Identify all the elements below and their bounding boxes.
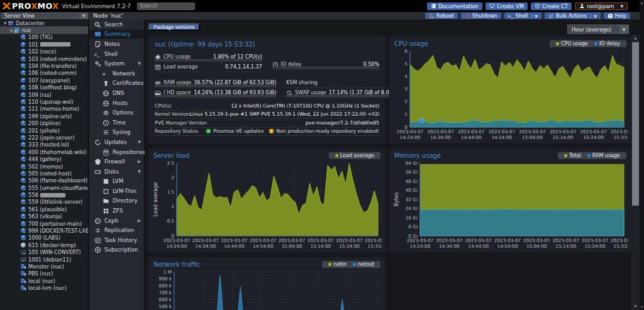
tree-item[interactable]: 559 (littlelink-server) — [0, 199, 88, 206]
page-scrollbar[interactable]: ▲ ▼ — [640, 0, 644, 310]
tree-item[interactable]: 506 (flame-dashboard) — [0, 177, 88, 184]
tree-item[interactable]: 102 (noco) — [0, 48, 88, 55]
create-ct-button[interactable]: Create CT — [531, 3, 572, 10]
tree-item[interactable]: 558 — [0, 191, 88, 198]
tree-item[interactable]: 1000 (LABS) — [0, 235, 88, 241]
tree-item[interactable]: 999 (DOCKER-TEST-LAB) — [0, 227, 88, 234]
user-menu-button[interactable]: root@pam▼ — [575, 3, 628, 10]
tree-item[interactable]: Monster (nuc) — [0, 263, 88, 270]
nav-item-hosts[interactable]: Hosts — [89, 98, 144, 108]
nav-item-disks[interactable]: Disks▼ — [89, 167, 144, 177]
shell-button[interactable]: >_Shell▼ — [504, 13, 541, 19]
tree-item[interactable]: 333 (hosted.lol) — [0, 141, 88, 148]
help-button[interactable]: ?Help — [604, 13, 630, 19]
bulk-actions-button[interactable]: Bulk Actions▼ — [545, 13, 601, 19]
nav-item-shell[interactable]: >_Shell — [89, 49, 144, 59]
tree-item[interactable]: 109 (rss) — [0, 91, 88, 98]
nav-item-repositories[interactable]: Repositories — [89, 147, 144, 157]
reboot-button[interactable]: Reboot — [425, 13, 458, 19]
nav-item-lvm[interactable]: LVM — [89, 177, 144, 187]
nav-item-dns[interactable]: DNS — [89, 88, 144, 98]
legend-item[interactable]: Total — [562, 153, 584, 158]
nav-item-updates[interactable]: Updates▼ — [89, 137, 144, 147]
tree-item[interactable]: 101 — [0, 41, 88, 48]
legend-item[interactable]: RAM usage — [585, 153, 623, 158]
tree-item[interactable]: 199 (zipline-urls) — [0, 113, 88, 119]
tree-item[interactable]: 505 (noted-host) — [0, 170, 88, 177]
documentation-button[interactable]: Documentation — [427, 3, 482, 10]
tree-item[interactable]: 700 (portainer-main) — [0, 220, 88, 227]
legend-item[interactable]: IO delay — [592, 41, 623, 47]
nav-caret-icon[interactable]: ▶ — [138, 159, 141, 164]
nav-item-network[interactable]: ⇄Network — [89, 69, 144, 79]
nav-item-notes[interactable]: Notes — [89, 39, 144, 49]
nav-item-firewall[interactable]: Firewall▶ — [89, 157, 144, 167]
package-versions-button[interactable]: Package versions — [148, 23, 200, 31]
view-mode-select[interactable]: Server View ▼ — [1, 13, 88, 19]
content-scrollbar[interactable]: ▲ ▼ — [631, 35, 640, 310]
tree-item[interactable]: 108 (selfhost.blog) — [0, 84, 88, 91]
nav-item-zfs[interactable]: ZFS — [89, 206, 144, 216]
nav-caret-icon[interactable]: ▼ — [138, 140, 141, 145]
nav-item-certificates[interactable]: Certificates — [89, 79, 144, 89]
global-search-input[interactable] — [137, 3, 195, 10]
tree-item[interactable]: local (nuc) — [0, 277, 88, 284]
tree-item[interactable]: ▼Datacenter — [0, 19, 88, 26]
tree-item[interactable]: local-lvm (nuc) — [0, 284, 88, 291]
nav-item-system[interactable]: System▼ — [89, 58, 144, 69]
tree-item[interactable]: 105 (WIN-CONVERT) — [0, 249, 88, 256]
nav-item-replication[interactable]: Replication — [89, 225, 144, 235]
shutdown-button[interactable]: Shutdown — [461, 13, 501, 19]
nav-caret-icon[interactable]: ▼ — [138, 169, 141, 174]
tree-item[interactable]: 201 (pihole) — [0, 127, 88, 134]
legend-item[interactable]: CPU usage — [553, 41, 591, 47]
tree-item[interactable]: 110 (upsnap-wol) — [0, 98, 88, 105]
create-vm-button[interactable]: Create VM — [486, 3, 528, 10]
scroll-down-icon[interactable]: ▼ — [631, 303, 640, 310]
scroll-down-icon[interactable]: ▼ — [640, 306, 644, 309]
tree-item[interactable]: 502 (memos) — [0, 163, 88, 170]
tree-item[interactable]: 561 (plausible) — [0, 206, 88, 213]
nav-item-subscription[interactable]: Subscription — [89, 245, 144, 255]
tree-item[interactable]: 107 (easypanel) — [0, 77, 88, 84]
nav-item-ceph[interactable]: Ceph▶ — [89, 216, 144, 226]
tree-item[interactable]: 104 (file-transfers) — [0, 62, 88, 69]
nav-item-task-history[interactable]: Task History — [89, 235, 144, 245]
timeframe-select[interactable]: Hour (average) ▼ — [567, 25, 629, 34]
nav-item-options[interactable]: Options — [89, 108, 144, 118]
legend-item[interactable]: netin — [326, 262, 348, 267]
legend-item[interactable]: Load average — [333, 153, 377, 158]
tree-item[interactable]: 444 (gallery) — [0, 155, 88, 162]
tree-item[interactable]: 200 (zipline) — [0, 119, 88, 126]
tree-item[interactable]: PBS (nuc) — [0, 270, 88, 277]
chevron-down-icon[interactable]: ▼ — [619, 25, 628, 33]
scroll-up-icon[interactable]: ▲ — [631, 35, 640, 42]
nav-item-syslog[interactable]: Syslog — [89, 128, 144, 138]
scroll-up-icon[interactable]: ▲ — [640, 1, 644, 4]
tree-item[interactable]: 106 (noted-comm) — [0, 70, 88, 77]
tree-item[interactable]: 103 (noted-reminders) — [0, 55, 88, 62]
nav-item-search[interactable]: Search — [89, 19, 144, 30]
nav-item-summary[interactable]: Summary — [89, 30, 144, 40]
tree-item[interactable]: 222 (jopin-server) — [0, 134, 88, 141]
nav-item-time[interactable]: Time — [89, 118, 144, 128]
tree-item[interactable]: 100 (TIG) — [0, 34, 88, 41]
tree-item-label: 101 — [28, 42, 38, 48]
tree-caret-icon[interactable]: ▼ — [9, 28, 14, 33]
tree-item[interactable]: 615 (docker-temp) — [0, 241, 88, 248]
nav-caret-icon[interactable]: ▼ — [138, 61, 141, 66]
nav-caret-icon[interactable]: ▶ — [138, 218, 141, 223]
tree-caret-icon[interactable]: ▼ — [3, 21, 8, 25]
chevron-down-icon[interactable]: ▼ — [80, 13, 87, 18]
dc-icon — [8, 20, 14, 26]
nav-item-directory[interactable]: Directory — [89, 196, 144, 206]
tree-item[interactable]: 563 (vikunja) — [0, 213, 88, 220]
tree-item[interactable]: 555 (umami-cloudflared) — [0, 184, 88, 191]
tree-item[interactable]: 400 (thehomelab.wiki) — [0, 148, 88, 155]
tree-item[interactable]: ▼nuc — [0, 26, 88, 33]
legend-item[interactable]: netout — [350, 262, 377, 267]
tree-item[interactable]: 111 (memos-home) — [0, 106, 88, 113]
tree-item[interactable]: 1001 (debian11) — [0, 256, 88, 263]
nav-item-lvm-thin[interactable]: LVM-Thin — [89, 186, 144, 196]
scrollbar-thumb[interactable] — [632, 42, 639, 206]
